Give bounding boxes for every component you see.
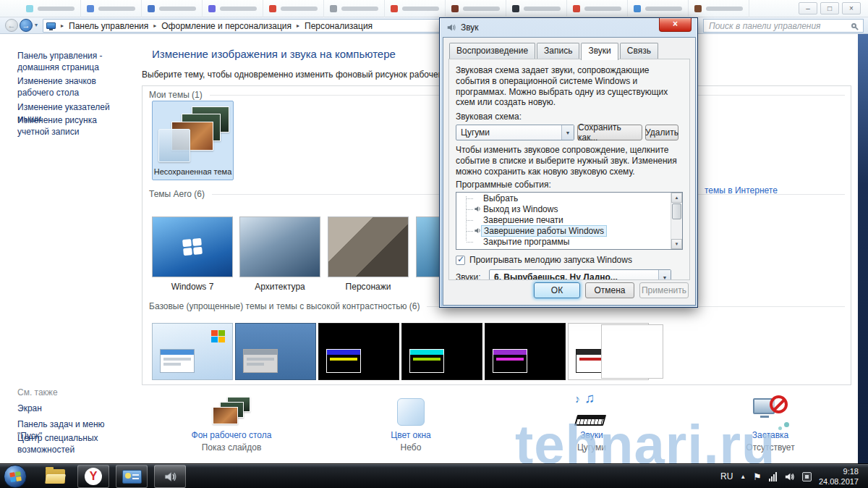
browser-tab[interactable] [446, 0, 506, 17]
browser-tab[interactable] [142, 0, 203, 17]
tray-app-icon[interactable] [802, 472, 812, 481]
tab-sounds[interactable]: Звуки [581, 43, 618, 60]
save-as-button[interactable]: Сохранить как... [577, 125, 642, 140]
browser-tab[interactable] [385, 0, 446, 17]
theme-tile-windows7-basic[interactable] [152, 323, 233, 380]
minimize-button[interactable]: – [799, 2, 817, 14]
setting-label[interactable]: Цвет окна [391, 430, 430, 440]
tab-playback[interactable]: Воспроизведение [449, 43, 535, 59]
restore-button[interactable]: □ [820, 2, 839, 14]
scrollbar-thumb[interactable] [672, 203, 681, 219]
chevron-down-icon[interactable]: ▼ [658, 270, 671, 280]
theme-tile-high-contrast-2[interactable] [401, 323, 482, 380]
theme-tile-windows7[interactable] [152, 216, 233, 277]
chevron-right-icon[interactable]: ▸ [61, 22, 64, 29]
delete-button[interactable]: Удалить [645, 125, 678, 140]
breadcrumb-item[interactable]: Панель управления [69, 21, 148, 31]
volume-icon[interactable] [784, 471, 795, 482]
startup-sound-checkbox-row[interactable]: ✓ Проигрывать мелодию запуска Windows [456, 255, 683, 265]
event-row[interactable]: Звездочка [456, 247, 682, 250]
history-dropdown-icon[interactable]: ▾ [35, 22, 38, 28]
theme-tile-white[interactable] [601, 324, 663, 379]
language-indicator[interactable]: RU [720, 471, 733, 481]
scheme-combobox[interactable]: Цугуми ▼ [456, 125, 574, 140]
theme-tile-characters[interactable] [328, 216, 409, 277]
theme-tile-architecture[interactable] [239, 216, 320, 277]
theme-tile-windows-classic[interactable] [235, 323, 316, 380]
theme-tile-high-contrast-1[interactable] [318, 323, 399, 380]
network-icon[interactable] [769, 472, 777, 481]
tab-title-placeholder [281, 7, 318, 11]
scroll-up-icon[interactable]: ▲ [671, 193, 682, 203]
show-hidden-icons-button[interactable]: ▲ [740, 474, 746, 480]
sidebar-item-display[interactable]: Экран [17, 403, 130, 414]
start-button[interactable] [4, 465, 27, 488]
search-input[interactable]: Поиск в панели управления [703, 19, 864, 33]
event-row[interactable]: Закрытие программы [456, 236, 682, 247]
event-row[interactable]: Завершение печати [456, 214, 682, 225]
basic-themes-header-label: Базовые (упрощенные) темы и темы с высок… [149, 301, 420, 311]
browser-tab[interactable] [689, 0, 749, 17]
action-center-flag-icon[interactable]: ⚑ [753, 471, 762, 482]
sidebar-item-desktop-icons[interactable]: Изменение значков рабочего стола [17, 75, 130, 98]
checkbox-checked[interactable]: ✓ [456, 256, 465, 265]
theme-tile-unsaved[interactable]: Несохраненная тема [152, 101, 234, 180]
taskbar-explorer-button[interactable] [39, 465, 71, 488]
sidebar-item-account-picture[interactable]: Изменение рисунка учетной записи [17, 114, 130, 138]
breadcrumb-item[interactable]: Оформление и персонализация [161, 21, 292, 31]
setting-label[interactable]: Звуки [580, 430, 603, 440]
scroll-down-icon[interactable]: ▼ [671, 239, 682, 249]
event-name: Завершение печати [481, 215, 566, 225]
scheme-description: Звуковая схема задает звуки, сопровождаю… [456, 65, 683, 108]
browser-tab[interactable] [20, 0, 81, 17]
sounds-combobox[interactable]: 6. Вырубаешься, Ну Ладно... ▼ [489, 269, 671, 280]
tab-title-placeholder [524, 7, 561, 11]
setting-label[interactable]: Фон рабочего стола [192, 430, 272, 440]
chevron-right-icon[interactable]: ▸ [297, 22, 299, 29]
setting-screensaver[interactable]: Заставка Отсутствует [709, 395, 832, 459]
event-row[interactable]: Выбрать [456, 193, 682, 203]
dialog-title: Звук [461, 22, 479, 33]
tab-title-placeholder [402, 7, 439, 11]
sidebar-item-home[interactable]: Панель управления - домашняя страница [17, 50, 130, 73]
tab-communications[interactable]: Связь [620, 43, 658, 59]
chevron-down-icon[interactable]: ▼ [561, 125, 574, 140]
dialog-close-button[interactable]: × [659, 18, 692, 32]
setting-label[interactable]: Заставка [752, 430, 789, 440]
close-button[interactable]: × [842, 2, 861, 14]
browser-tab[interactable] [506, 0, 567, 17]
browser-tab[interactable] [324, 0, 385, 17]
ok-button[interactable]: ОК [534, 282, 580, 298]
browser-tab[interactable] [567, 0, 628, 17]
setting-sounds[interactable]: ♪ ♫ Звуки Цугуми [530, 395, 653, 459]
forward-button[interactable]: → [20, 19, 33, 32]
tab-title-placeholder [220, 7, 257, 11]
taskbar-sound-button[interactable] [154, 465, 186, 488]
browser-tab[interactable] [628, 0, 689, 17]
scrollbar[interactable]: ▲ ▼ [671, 193, 682, 249]
event-row[interactable]: Выход из Windows [456, 203, 682, 214]
windows-flag-icon [211, 330, 225, 342]
tab-recording[interactable]: Запись [537, 43, 579, 59]
taskbar-yandex-button[interactable]: Y [77, 465, 109, 488]
browser-tab[interactable] [81, 0, 142, 17]
cancel-button[interactable]: Отмена [585, 282, 634, 298]
theme-tile-high-contrast-black[interactable] [485, 323, 566, 380]
checkbox-label: Проигрывать мелодию запуска Windows [469, 255, 632, 265]
explorer-navbar: ← → ▾ ▸ Панель управления ▸ Оформление и… [0, 17, 868, 34]
back-button[interactable]: ← [5, 19, 18, 32]
clock[interactable]: 9:18 24.08.2017 [819, 466, 859, 487]
program-events-list[interactable]: Выбрать Выход из Windows Завершение печа… [456, 192, 683, 250]
setting-window-color[interactable]: Цвет окна Небо [349, 395, 472, 459]
browser-tab[interactable] [203, 0, 263, 17]
event-row-selected[interactable]: Завершение работы Windows [456, 225, 682, 236]
get-more-themes-link[interactable]: темы в Интернете [705, 185, 778, 195]
tab-title-placeholder [706, 7, 743, 11]
event-name: Закрытие программы [481, 237, 571, 247]
breadcrumb-item[interactable]: Персонализация [305, 21, 373, 31]
setting-desktop-background[interactable]: Фон рабочего стола Показ слайдов [170, 395, 293, 459]
browser-tab[interactable] [263, 0, 324, 17]
chevron-right-icon[interactable]: ▸ [153, 22, 156, 29]
sidebar-item-ease-of-access[interactable]: Центр специальных возможностей [17, 432, 130, 455]
taskbar-control-panel-button[interactable] [116, 465, 148, 488]
